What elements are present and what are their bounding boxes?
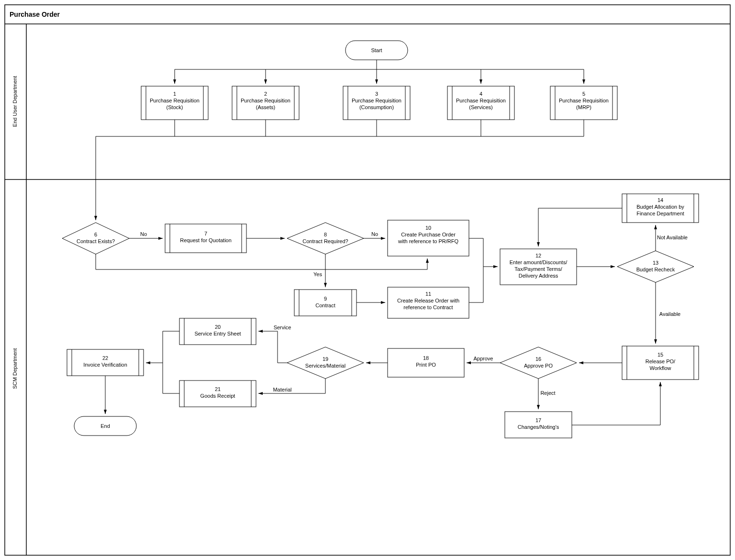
- n10-l1: Create Purchase Order: [401, 232, 456, 237]
- n7-l1: Request for Quotation: [180, 237, 232, 243]
- n20-num: 20: [215, 324, 221, 330]
- n12-l1: Enter amount/Discounts/: [510, 259, 568, 265]
- n5-l2: (MRP): [576, 104, 591, 110]
- n2-l2: (Assets): [256, 104, 275, 110]
- edge-yes: Yes: [313, 271, 322, 277]
- n9-l1: Contract: [315, 302, 335, 308]
- n21-l1: Goods Receipt: [200, 393, 235, 399]
- n22-num: 22: [102, 355, 108, 361]
- n1-num: 1: [173, 91, 176, 97]
- node-16: 16 Approve PO: [500, 347, 577, 379]
- n1-l2: (Stock): [167, 104, 183, 110]
- n6-l1: Contract Exists?: [77, 238, 115, 244]
- node-12: 12 Enter amount/Discounts/ Tax/Payment T…: [500, 249, 577, 285]
- edge-material: Material: [273, 387, 291, 392]
- n8-num: 8: [324, 232, 327, 237]
- n16-num: 16: [535, 356, 541, 362]
- n14-l2: Finance Department: [636, 211, 684, 216]
- n19-num: 19: [323, 356, 328, 362]
- lane-bottom-label: SCM Department: [12, 348, 18, 389]
- n5-l1: Purchase Requisition: [559, 98, 609, 103]
- n15-l2: Workflow: [649, 365, 671, 371]
- edge-avail: Available: [659, 311, 680, 317]
- n13-l1: Budget Recheck: [636, 267, 675, 272]
- node-2: 2 Purchase Requisition (Assets): [232, 86, 299, 120]
- n10-num: 10: [425, 225, 431, 231]
- node-6: 6 Contract Exists?: [62, 223, 129, 254]
- n3-l1: Purchase Requisition: [352, 98, 401, 103]
- node-7: 7 Request for Quotation: [165, 224, 246, 253]
- n12-l2: Tax/Payment Terms/: [514, 266, 562, 272]
- n4-num: 4: [479, 91, 482, 97]
- node-8: 8 Contract Required?: [287, 223, 364, 254]
- n3-l2: (Consumption): [359, 104, 394, 110]
- n15-num: 15: [657, 352, 663, 358]
- node-17: 17 Changes/Noting's: [505, 412, 572, 438]
- node-4: 4 Purchase Requisition (Services): [447, 86, 514, 120]
- n2-l1: Purchase Requisition: [241, 98, 290, 103]
- start-label: Start: [371, 47, 382, 53]
- node-5: 5 Purchase Requisition (MRP): [550, 86, 617, 120]
- node-9: 9 Contract: [294, 290, 356, 316]
- n18-l1: Print PO: [416, 362, 436, 368]
- n17-num: 17: [535, 417, 541, 423]
- edge-no2: No: [371, 231, 378, 237]
- node-10: 10 Create Purchase Order with reference …: [388, 220, 469, 256]
- n4-l1: Purchase Requisition: [456, 98, 506, 103]
- diagram-title: Purchase Order: [10, 11, 60, 18]
- n10-l2: with reference to PR/RFQ: [398, 238, 458, 244]
- n22-l1: Invoice Verification: [83, 362, 127, 368]
- n6-num: 6: [94, 232, 97, 237]
- node-13: 13 Budget Recheck: [617, 251, 694, 282]
- n21-num: 21: [215, 386, 221, 392]
- node-19: 19 Services/Material: [287, 347, 364, 379]
- n11-l1: Create Release Order with: [397, 298, 459, 303]
- node-3: 3 Purchase Requisition (Consumption): [343, 86, 410, 120]
- n3-num: 3: [375, 91, 378, 97]
- n12-l3: Delivery Address: [519, 273, 558, 279]
- diagram-canvas: Purchase Order End User Department SCM D…: [0, 0, 735, 560]
- n14-num: 14: [657, 197, 663, 203]
- n11-l2: reference to Contract: [403, 304, 453, 310]
- n8-l1: Contract Required?: [302, 238, 348, 244]
- n16-l1: Approve PO: [524, 363, 553, 369]
- edge-service: Service: [274, 325, 291, 330]
- lane-top-label: End User Department: [12, 76, 18, 127]
- n2-num: 2: [264, 91, 267, 97]
- edge-no1: No: [140, 231, 147, 237]
- n18-num: 18: [423, 355, 429, 361]
- end-label: End: [100, 423, 110, 429]
- n7-num: 7: [204, 231, 207, 236]
- n19-l1: Services/Material: [305, 363, 345, 369]
- n12-num: 12: [535, 253, 541, 258]
- n20-l1: Service Entry Sheet: [194, 331, 241, 336]
- n5-num: 5: [582, 91, 585, 97]
- n1-l1: Purchase Requisition: [150, 98, 200, 103]
- node-15: 15 Release PO/ Workflow: [622, 346, 699, 380]
- node-1: 1 Purchase Requisition (Stock): [141, 86, 208, 120]
- n9-num: 9: [324, 296, 327, 302]
- node-18: 18 Print PO: [388, 348, 464, 377]
- n14-l1: Budget Allocation by: [636, 204, 684, 210]
- n13-num: 13: [653, 260, 658, 266]
- node-14: 14 Budget Allocation by Finance Departme…: [622, 194, 699, 223]
- node-20: 20 Service Entry Sheet: [179, 318, 256, 345]
- edge-reject: Reject: [540, 390, 555, 396]
- n17-l1: Changes/Noting's: [518, 424, 559, 430]
- node-21: 21 Goods Receipt: [179, 381, 256, 407]
- node-11: 11 Create Release Order with reference t…: [388, 287, 469, 318]
- edge-notavail: Not Available: [657, 235, 688, 240]
- edge-approve: Approve: [474, 356, 493, 361]
- n11-num: 11: [425, 291, 431, 297]
- n15-l1: Release PO/: [646, 358, 676, 364]
- n4-l2: (Services): [469, 104, 493, 110]
- node-22: 22 Invoice Verification: [67, 349, 144, 376]
